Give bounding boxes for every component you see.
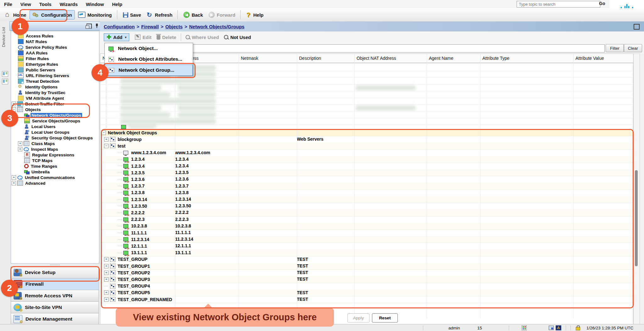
delete-button[interactable]: Delete [154, 34, 179, 41]
sidebar-item-network-objects-groups[interactable]: Network Objects/Groups [23, 112, 82, 118]
expander-plus-icon[interactable]: + [104, 257, 108, 261]
expander-plus-icon[interactable]: + [104, 137, 108, 142]
table-row-1-2-3-5[interactable]: 1.2.3.51.2.3.5 [100, 169, 633, 176]
nav-device-management[interactable]: Device Management [11, 313, 99, 325]
float-panel-icon[interactable] [86, 24, 92, 29]
sidebar-item-class-maps[interactable]: +Class Maps [23, 141, 56, 146]
filter-button[interactable]: Filter [606, 44, 624, 52]
pin-panel-icon[interactable] [95, 24, 99, 28]
expander-plus-icon[interactable]: + [104, 290, 108, 295]
clear-button[interactable]: Clear [624, 44, 642, 52]
sidebar-item-vm-attribute-agent[interactable]: VM Attribute Agent [17, 95, 65, 101]
expander-plus-icon[interactable]: + [104, 277, 108, 282]
table-row-11-2-3-14[interactable]: 11.2.3.1411.2.3.14 [100, 236, 633, 243]
table-row-blockgroup[interactable]: +blockgroupWeb Servers [100, 136, 633, 143]
sidebar-item-botnet-traffic-filter[interactable]: +Botnet Traffic Filter [17, 101, 65, 107]
table-row-test-group1[interactable]: +TEST_GROUP1TEST [100, 263, 633, 270]
nav-site-to-site-vpn[interactable]: Site-to-Site VPN [11, 302, 99, 313]
table-row-test-group[interactable]: +TEST_GROUPTEST [100, 256, 633, 263]
sidebar-item-service-objects-groups[interactable]: Service Objects/Groups [23, 118, 81, 124]
add-button[interactable]: ✚ Add▾ [104, 33, 129, 41]
menu-file[interactable]: File [0, 2, 16, 7]
menu-help[interactable]: Help [108, 2, 126, 7]
sidebar-item-threat-detection[interactable]: Threat Detection [17, 78, 60, 84]
configuration-button[interactable]: ⚙Configuration [30, 10, 75, 20]
expander-plus-icon[interactable]: + [12, 102, 16, 106]
table-row-1-2-3-14[interactable]: 1.2.3.141.2.3.14 [100, 196, 633, 203]
expander-minus-icon[interactable]: − [104, 144, 108, 148]
table-row-13-1-1-1[interactable]: 13.1.1.113.1.1.1 [100, 250, 633, 256]
column-header-agent-name[interactable]: Agent Name [427, 54, 480, 63]
refresh-button[interactable]: ↻Refresh [144, 10, 175, 19]
table-row-test-group-renamed[interactable]: +TEST_GROUP_RENAMEDTEST [100, 296, 633, 303]
sidebar-item-security-group-object-groups[interactable]: Security Group Object Groups [23, 135, 94, 141]
table-row-test-group2[interactable]: +TEST_GROUP2TEST [100, 269, 633, 276]
sidebar-item-local-users[interactable]: Local Users [23, 124, 57, 129]
sidebar-item-objects[interactable]: −Objects [17, 107, 42, 112]
menu-item-network-object-group[interactable]: Network Object Group... [105, 65, 193, 76]
go-button[interactable]: Go [599, 1, 605, 6]
device-list-icon[interactable] [2, 71, 8, 77]
nav-firewall[interactable]: Firewall [11, 278, 99, 290]
device-list-icon-2[interactable] [2, 79, 8, 84]
where-used-button[interactable]: Where Used [183, 34, 222, 41]
back-button[interactable]: ◀Back [181, 10, 205, 19]
maximize-pane-icon[interactable] [634, 24, 640, 30]
expander-plus-icon[interactable]: + [104, 271, 108, 275]
sidebar-item-inspect-maps[interactable]: +Inspect Maps [23, 146, 59, 152]
filter-input[interactable] [178, 44, 605, 53]
menu-view[interactable]: View [16, 2, 35, 7]
table-vertical-scrollbar[interactable] [633, 53, 640, 328]
reset-button[interactable]: Reset [372, 313, 398, 323]
sidebar-item-unified-communications[interactable]: +Unified Communications [17, 175, 76, 180]
sidebar-item-local-user-groups[interactable]: Local User Groups [23, 129, 70, 135]
table-row-10-2-3-8[interactable]: 10.2.3.810.2.3.8 [100, 223, 633, 230]
nav-device-setup[interactable]: Device Setup [11, 266, 99, 278]
expander-minus-icon[interactable]: − [102, 131, 106, 135]
panel-splitter[interactable] [11, 264, 99, 266]
monitoring-button[interactable]: Monitoring [75, 10, 114, 19]
sidebar-item-advanced[interactable]: +Advanced [17, 180, 47, 186]
menu-window[interactable]: Window [82, 2, 108, 7]
expander-plus-icon[interactable]: + [18, 141, 22, 146]
breadcrumb-network-objects-groups[interactable]: Network Objects/Groups [189, 24, 245, 29]
not-used-button[interactable]: Not Used [221, 34, 253, 41]
scrollbar-thumb[interactable] [635, 170, 638, 266]
help-button[interactable]: ?Help [244, 10, 266, 19]
table-row-2-2-2-2[interactable]: 2.2.2.22.2.2.2 [100, 209, 633, 216]
forward-button[interactable]: ▶Forward [206, 10, 238, 19]
breadcrumb-configuration[interactable]: Configuration [104, 24, 135, 29]
table-row-1-2-3-8[interactable]: 1.2.3.81.2.3.8 [100, 189, 633, 196]
sidebar-item-url-filtering-servers[interactable]: URL Filtering Servers [17, 73, 70, 78]
apply-button[interactable]: Apply [347, 313, 369, 323]
sidebar-item-aaa-rules[interactable]: AAA Rules [17, 50, 48, 56]
table-row-1-2-3-4[interactable]: 1.2.3.41.2.3.4 [100, 156, 633, 163]
table-row-1-2-3-6[interactable]: 1.2.3.61.2.3.6 [100, 176, 633, 183]
table-row-11-1-1-1[interactable]: 11.1.1.111.1.1.1 [100, 229, 633, 236]
expander-plus-icon[interactable]: + [12, 181, 16, 185]
menu-tools[interactable]: Tools [35, 2, 56, 7]
home-button[interactable]: ⌂Home [3, 11, 29, 19]
sidebar-item-service-policy-rules[interactable]: Service Policy Rules [17, 44, 68, 50]
nav-remote-access-vpn[interactable]: Remote Access VPN [11, 290, 99, 302]
expander-plus-icon[interactable]: + [104, 264, 108, 268]
table-row-test[interactable]: −test [100, 143, 633, 149]
sidebar-item-filter-rules[interactable]: Filter Rules [17, 56, 50, 61]
save-button[interactable]: Save [120, 11, 144, 19]
expander-plus-icon[interactable]: + [104, 297, 108, 302]
table-row-test-group5[interactable]: +TEST_GROUP5TEST [100, 289, 633, 296]
column-header-description[interactable]: Description [297, 54, 355, 63]
breadcrumb-firewall[interactable]: Firewall [141, 24, 159, 29]
menu-item-network-object-attributes[interactable]: Network Object Attributes... [105, 54, 193, 65]
table-row-12-1-1-1[interactable]: 12.1.1.112.1.1.1 [100, 243, 633, 250]
sidebar-item-umbrella[interactable]: Umbrella [23, 169, 51, 175]
expander-plus-icon[interactable]: + [18, 147, 22, 151]
sidebar-item-regular-expressions[interactable]: Regular Expressions [23, 152, 75, 158]
topic-search-input[interactable] [517, 1, 600, 8]
sidebar-item-nat-rules[interactable]: NAT Rules [17, 39, 48, 44]
sidebar-item-tcp-maps[interactable]: TCP Maps [23, 158, 53, 163]
table-row-2-2-2-3[interactable]: 2.2.2.32.2.2.3 [100, 216, 633, 223]
menu-item-network-object[interactable]: Network Object... [105, 43, 193, 54]
edit-button[interactable]: Edit [132, 34, 154, 41]
column-header-attribute-value[interactable]: Attribute Value [573, 54, 633, 63]
